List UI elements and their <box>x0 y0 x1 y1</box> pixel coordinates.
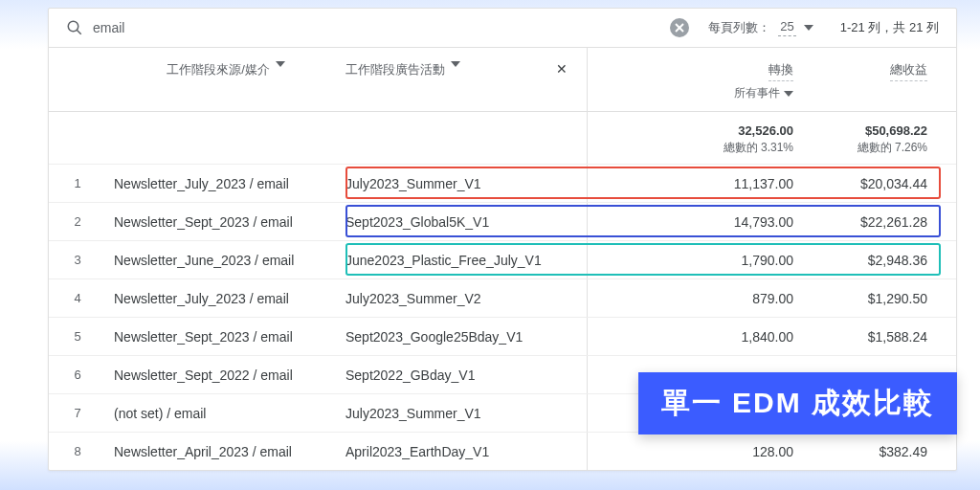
cell-conversions: 128.00 <box>585 444 803 459</box>
cell-source: Newsletter_Sept_2023 / email <box>106 329 345 345</box>
column-divider <box>587 112 588 164</box>
totals-row: 32,526.00 總數的 3.31% $50,698.22 總數的 7.26% <box>49 112 956 164</box>
cell-source: Newsletter_June_2023 / email <box>106 253 345 268</box>
chevron-down-icon <box>451 61 460 67</box>
col-header-campaign[interactable]: 工作階段廣告活動 ✕ <box>345 61 585 101</box>
cell-revenue: $20,034.44 <box>803 176 956 191</box>
row-range: 1-21 列，共 21 列 <box>840 19 939 36</box>
table-header: 工作階段來源/媒介 工作階段廣告活動 ✕ 轉換 所有事件 總收益 <box>49 48 956 112</box>
cell-revenue: $1,290.50 <box>803 291 956 306</box>
cell-revenue: $382.49 <box>803 444 956 459</box>
clear-search-icon[interactable] <box>670 18 689 37</box>
column-divider <box>587 279 588 317</box>
column-divider <box>587 433 588 470</box>
cell-source: Newsletter_Sept_2023 / email <box>106 214 345 230</box>
total-conversions: 32,526.00 <box>585 123 793 138</box>
cell-campaign: Sept2022_GBday_V1 <box>345 368 585 383</box>
rpp-value: 25 <box>778 19 795 36</box>
chevron-down-icon <box>784 91 793 97</box>
overlay-caption: 單一 EDM 成效比較 <box>638 372 957 434</box>
col-header-source[interactable]: 工作階段來源/媒介 <box>106 61 345 101</box>
cell-campaign: July2023_Summer_V1 <box>345 406 585 421</box>
row-index: 8 <box>49 444 106 458</box>
table-row[interactable]: 5Newsletter_Sept_2023 / emailSept2023_Go… <box>49 317 956 355</box>
row-index: 2 <box>49 214 106 229</box>
cell-source: Newsletter_July_2023 / email <box>106 291 345 306</box>
chevron-down-icon <box>804 25 813 31</box>
cell-campaign: Sept2023_Global5K_V1 <box>345 214 585 230</box>
rpp-label: 每頁列數： <box>708 19 770 36</box>
cell-campaign: Sept2023_Google25Bday_V1 <box>345 329 585 345</box>
row-index: 1 <box>49 176 106 190</box>
search-input[interactable] <box>93 20 670 35</box>
col-header-conversions[interactable]: 轉換 所有事件 <box>585 61 803 101</box>
table-row[interactable]: 2Newsletter_Sept_2023 / emailSept2023_Gl… <box>49 202 956 240</box>
row-index: 4 <box>49 291 106 305</box>
remove-column-icon[interactable]: ✕ <box>556 61 568 77</box>
total-revenue: $50,698.22 <box>803 123 927 138</box>
row-index: 7 <box>49 406 106 420</box>
table-row[interactable]: 8Newsletter_April_2023 / emailApril2023_… <box>49 432 956 470</box>
svg-point-0 <box>68 21 78 32</box>
cell-conversions: 1,790.00 <box>585 253 803 268</box>
search-bar: 每頁列數： 25 1-21 列，共 21 列 <box>49 9 956 48</box>
total-revenue-pct: 總數的 7.26% <box>803 140 927 156</box>
column-divider <box>587 356 588 393</box>
column-divider <box>587 165 588 202</box>
column-divider <box>587 318 588 355</box>
cell-source: Newsletter_Sept_2022 / email <box>106 368 345 383</box>
column-divider <box>587 48 588 111</box>
cell-source: Newsletter_July_2023 / email <box>106 176 345 191</box>
column-divider <box>587 394 588 432</box>
chevron-down-icon <box>276 61 285 67</box>
cell-campaign: June2023_Plastic_Free_July_V1 <box>345 253 585 268</box>
search-icon <box>66 19 83 36</box>
table-row[interactable]: 3Newsletter_June_2023 / emailJune2023_Pl… <box>49 240 956 278</box>
rows-per-page[interactable]: 每頁列數： 25 <box>708 19 813 36</box>
cell-campaign: July2023_Summer_V2 <box>345 291 585 306</box>
column-divider <box>587 241 588 278</box>
cell-campaign: April2023_EarthDay_V1 <box>345 444 585 459</box>
column-divider <box>587 203 588 240</box>
cell-source: (not set) / email <box>106 406 345 421</box>
cell-source: Newsletter_April_2023 / email <box>106 444 345 459</box>
cell-conversions: 1,840.00 <box>585 329 803 345</box>
cell-revenue: $22,261.28 <box>803 214 956 230</box>
cell-revenue: $2,948.36 <box>803 253 956 268</box>
cell-conversions: 11,137.00 <box>585 176 803 191</box>
cell-conversions: 14,793.00 <box>585 214 803 230</box>
cell-campaign: July2023_Summer_V1 <box>345 176 585 191</box>
col-header-revenue[interactable]: 總收益 <box>803 61 956 101</box>
row-index: 3 <box>49 253 106 267</box>
cell-revenue: $1,588.24 <box>803 329 956 345</box>
table-row[interactable]: 1Newsletter_July_2023 / emailJuly2023_Su… <box>49 164 956 202</box>
svg-line-1 <box>77 30 81 34</box>
row-index: 5 <box>49 329 106 344</box>
cell-conversions: 879.00 <box>585 291 803 306</box>
row-index: 6 <box>49 368 106 382</box>
table-row[interactable]: 4Newsletter_July_2023 / emailJuly2023_Su… <box>49 278 956 317</box>
total-conversions-pct: 總數的 3.31% <box>585 140 793 156</box>
